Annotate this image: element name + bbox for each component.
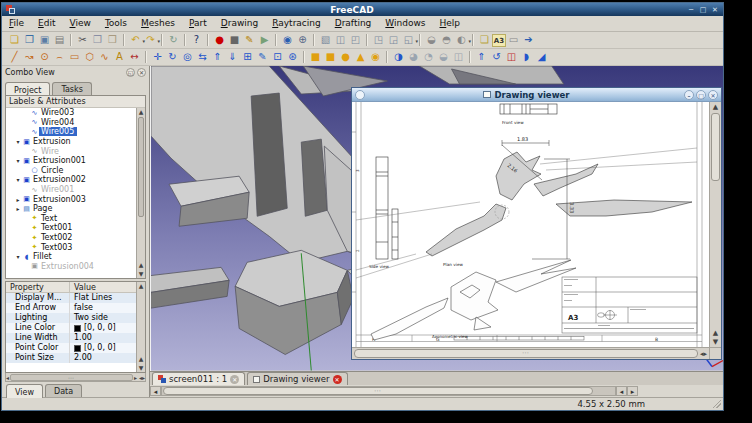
draft-circle-icon[interactable]: ⊙ [37, 50, 52, 65]
scroll-up2-icon[interactable]: ▲ [710, 329, 721, 337]
part-section-icon[interactable]: ◫ [451, 50, 466, 65]
menu-file[interactable]: File [2, 16, 31, 31]
tab-data[interactable]: Data [45, 384, 82, 397]
close-panel-icon[interactable]: ✕ [137, 68, 146, 77]
part-extrude-icon[interactable]: ⇑ [474, 50, 489, 65]
draft-polygon-icon[interactable]: ⬡ [82, 50, 97, 65]
menu-windows[interactable]: Windows [378, 16, 432, 31]
tab-tasks[interactable]: Tasks [52, 82, 91, 95]
dropdown-arrow-icon[interactable]: ▾ [468, 34, 471, 48]
tree-item-extrusion002[interactable]: ▾▣Extrusion002 [6, 175, 136, 185]
draft-downgrade-icon[interactable]: ⇓ [225, 50, 240, 65]
expander-icon[interactable]: ▾ [14, 176, 22, 183]
save-document-icon[interactable]: ▣ [37, 33, 52, 48]
expander-icon[interactable]: ▸ [14, 196, 22, 203]
part-chamfer-icon[interactable]: ◢ [534, 50, 549, 65]
scroll-up2-icon[interactable]: ▲ [137, 355, 145, 363]
property-value[interactable]: 1.00 [70, 333, 136, 343]
draft-snap-icon[interactable]: ⊛ [285, 50, 300, 65]
property-value[interactable]: Flat Lines [70, 293, 136, 303]
tree-item-wire004[interactable]: ∿Wire004 [6, 118, 136, 128]
axonometric-view-icon[interactable]: ▧ [318, 33, 333, 48]
draft-bspline-icon[interactable]: ∿ [97, 50, 112, 65]
draft-edit-icon[interactable]: ✎ [255, 50, 270, 65]
close-tab-icon[interactable]: ✕ [333, 375, 342, 384]
maximize-icon[interactable]: □ [698, 5, 708, 15]
properties-hscrollbar[interactable]: ◂ ⋯ ▸ ◂ ▸ [5, 373, 146, 382]
macro-stop-icon[interactable]: ■ [227, 33, 242, 48]
draft-view-icon[interactable]: ▭ [506, 33, 521, 48]
scroll-right-icon[interactable]: ▸ [134, 374, 137, 381]
part-cube-icon[interactable]: ■ [323, 50, 338, 65]
scene-inspector-icon[interactable]: ⊕ [295, 33, 310, 48]
draft-line-icon[interactable]: ╱ [7, 50, 22, 65]
menu-raytracing[interactable]: Raytracing [265, 16, 328, 31]
scroll-left2-icon[interactable]: ◂ [616, 386, 627, 396]
menu-meshes[interactable]: Meshes [134, 16, 182, 31]
drawing-viewer-window[interactable]: Drawing viewer – □ ✕ [351, 87, 722, 360]
close-icon[interactable]: ✕ [710, 5, 720, 15]
macro-record-icon[interactable]: ● [212, 33, 227, 48]
menu-drawing[interactable]: Drawing [214, 16, 265, 31]
tree-item-text[interactable]: ✦Text [6, 214, 136, 224]
tree-item-text003[interactable]: ✦Text003 [6, 242, 136, 252]
expander-icon[interactable]: ▾ [14, 138, 22, 145]
refresh-icon[interactable]: ↻ [166, 33, 181, 48]
part-mirror-icon[interactable]: ◫ [504, 50, 519, 65]
undo-icon[interactable]: ↶▾ [128, 33, 143, 48]
macro-edit-icon[interactable]: ✎ [242, 33, 257, 48]
menu-view[interactable]: View [63, 16, 98, 31]
tree-scrollbar[interactable]: ▲ ▲ ▼ [136, 108, 145, 278]
scroll-left-icon[interactable]: ◂ [150, 386, 161, 396]
property-value[interactable]: 2.00 [70, 353, 136, 363]
maximize-icon[interactable]: □ [696, 90, 706, 100]
window-menu-icon[interactable] [355, 90, 365, 100]
drawing-viewer-titlebar[interactable]: Drawing viewer – □ ✕ [352, 88, 721, 102]
export-drawing-icon[interactable]: ➔ [521, 33, 536, 48]
copy-icon[interactable]: ❐ [90, 33, 105, 48]
draft-arc-icon[interactable]: ⌢ [52, 50, 67, 65]
tree-item-fillet[interactable]: ▾◖Fillet [6, 252, 136, 262]
part-cut-icon[interactable]: ◒ [436, 50, 451, 65]
part-box-icon[interactable]: ■ [308, 50, 323, 65]
part-boolean-icon[interactable]: ◑ [391, 50, 406, 65]
macro-play-icon[interactable]: ▶ [257, 33, 272, 48]
preview-icon[interactable]: ◉ [280, 33, 295, 48]
scrollbar-track[interactable]: ⋯ [161, 386, 616, 396]
new-document-icon[interactable]: ❏ [7, 33, 22, 48]
property-value[interactable]: [0, 0, 0] [70, 343, 136, 353]
menu-edit[interactable]: Edit [31, 16, 62, 31]
draft-wire-icon[interactable]: ↝ [22, 50, 37, 65]
property-row-point-color[interactable]: Point Color[0, 0, 0] [6, 343, 136, 353]
part-fillet-icon[interactable]: ◗ [519, 50, 534, 65]
mesh-difference-icon[interactable]: ◐▾ [454, 33, 469, 48]
menu-drafting[interactable]: Drafting [328, 16, 379, 31]
float-panel-icon[interactable]: ◱ [126, 68, 135, 77]
property-value[interactable]: false [70, 303, 136, 313]
dropdown-arrow-icon[interactable]: ▾ [157, 34, 160, 48]
draft-offset-icon[interactable]: ◎ [180, 50, 195, 65]
menu-help[interactable]: Help [433, 16, 468, 31]
scroll-right-icon[interactable]: ▸ [627, 386, 638, 396]
tab-view[interactable]: View [6, 384, 43, 398]
scroll-down-icon[interactable]: ▼ [710, 338, 721, 346]
bottom-view-icon[interactable]: ◱▾ [401, 33, 416, 48]
draft-upgrade-icon[interactable]: ⇑ [210, 50, 225, 65]
tree-item-text001[interactable]: ✦Text001 [6, 223, 136, 233]
draft-move-icon[interactable]: ✛ [150, 50, 165, 65]
property-row-point-size[interactable]: Point Size2.00 [6, 353, 136, 363]
mdi-tab-drawing-viewer[interactable]: Drawing viewer✕ [247, 372, 347, 385]
print-icon[interactable]: ▤ [52, 33, 67, 48]
tree-item-wire005[interactable]: ∿Wire005 [6, 127, 136, 137]
scroll-up-icon[interactable]: ▲ [710, 103, 721, 111]
draft-scale-icon[interactable]: ⊞ [240, 50, 255, 65]
draft-text-icon[interactable]: A [112, 50, 127, 65]
whats-this-icon[interactable]: ? [189, 33, 204, 48]
resize-grip[interactable] [712, 399, 721, 408]
part-torus-icon[interactable]: ◉ [368, 50, 383, 65]
part-common-icon[interactable]: ◔ [421, 50, 436, 65]
tree-item-wire[interactable]: ∿Wire [6, 146, 136, 156]
mesh-union-icon[interactable]: ◒ [424, 33, 439, 48]
a3-landscape-icon[interactable]: A3 [492, 34, 506, 47]
minimize-icon[interactable]: – [684, 90, 694, 100]
